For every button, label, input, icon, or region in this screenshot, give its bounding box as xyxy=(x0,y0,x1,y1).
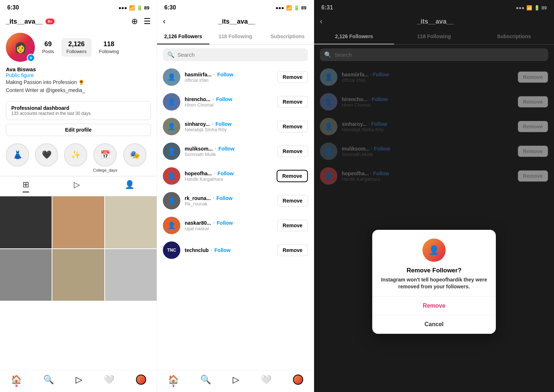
status-icons-1: ●●● 📶 🔋 89 xyxy=(119,5,149,11)
highlight-circle-1: 👗 xyxy=(6,143,29,167)
photo-cell-2[interactable] xyxy=(52,196,104,248)
dark-name-1: hirencho... · Follow xyxy=(342,96,513,102)
remove-btn-3[interactable]: Remove xyxy=(277,145,308,157)
dialog-cancel-button[interactable]: Cancel xyxy=(372,315,496,334)
photo-cell-4[interactable] xyxy=(0,249,52,301)
remove-btn-1[interactable]: Remove xyxy=(277,96,308,108)
photo-grid xyxy=(0,196,157,301)
battery-pct-2: 89 xyxy=(301,5,306,11)
follower-name-0: hasmiirfa... · Follow xyxy=(185,72,273,77)
highlight-5[interactable]: 🎭 xyxy=(123,143,146,172)
follower-handle-1: Hiren Chomal xyxy=(185,102,273,108)
follower-item-7: TNC technclub · Follow Remove xyxy=(157,238,314,263)
follow-btn-3[interactable]: Follow xyxy=(218,146,234,152)
photo-cell-1[interactable] xyxy=(0,196,52,248)
follow-btn-1[interactable]: Follow xyxy=(216,96,232,102)
remove-btn-7[interactable]: Remove xyxy=(277,244,308,256)
followers-username: _its__ava__ xyxy=(165,18,308,25)
highlight-3[interactable]: ✨ xyxy=(64,143,87,172)
reels-nav-icon[interactable]: ▷ xyxy=(76,375,82,385)
tagged-tab[interactable]: 👤 xyxy=(125,180,135,192)
dialog-desc-prefix: Instagram won't tell xyxy=(381,277,430,283)
followers-tabs: 2,126 Followers 118 Following Subscripti… xyxy=(157,29,314,45)
heart-nav-icon[interactable]: 🤍 xyxy=(104,375,115,385)
dark-handle-1: Hiren Chomal xyxy=(342,102,513,108)
remove-btn-0[interactable]: Remove xyxy=(277,71,308,83)
highlight-circle-3: ✨ xyxy=(64,143,87,167)
menu-icon[interactable]: ☰ xyxy=(144,17,151,26)
remove-btn-2[interactable]: Remove xyxy=(277,121,308,132)
dashboard-box[interactable]: Professional dashboard 133 accounts reac… xyxy=(6,101,151,120)
dashboard-title: Professional dashboard xyxy=(11,105,145,111)
profile-nav-avatar[interactable] xyxy=(136,375,146,385)
tab-subscriptions[interactable]: Subscriptions xyxy=(261,29,314,44)
search-icon: 🔍 xyxy=(167,51,174,58)
remove-btn-6[interactable]: Remove xyxy=(277,220,308,231)
dialog-title: Remove Follower? xyxy=(380,267,489,274)
edit-profile-button[interactable]: Edit profile xyxy=(6,124,151,136)
dark-name-4: hopeofha... · Follow xyxy=(342,171,513,176)
add-story-btn[interactable]: + xyxy=(27,54,35,62)
dark-search-box: 🔍 Search xyxy=(320,48,548,61)
followers-panel: 6:30 ●●● 📶 🔋 89 ‹ _its__ava__ 2,126 Foll… xyxy=(157,0,314,392)
follow-btn-7[interactable]: Follow xyxy=(214,247,230,253)
search-input[interactable] xyxy=(177,52,304,58)
heart-nav-icon-2[interactable]: 🤍 xyxy=(261,375,272,385)
content-tabs-bar: ⊞ ▷ 👤 xyxy=(0,176,157,196)
highlights-row: 👗 🖤 ✨ 📅 College_days 🎭 xyxy=(0,140,157,176)
profile-nav-avatar-2[interactable] xyxy=(293,375,303,385)
follower-item-6: 👤 naskar80... · Follow rajat naskar Remo… xyxy=(157,213,314,238)
reels-nav-icon-2[interactable]: ▷ xyxy=(233,375,239,385)
avatar-container[interactable]: 👩 + xyxy=(6,33,35,62)
follow-btn-5[interactable]: Follow xyxy=(216,195,232,201)
photo-cell-5[interactable] xyxy=(52,249,104,301)
back-button-3: ‹ xyxy=(320,17,322,26)
follow-btn-2[interactable]: Follow xyxy=(216,121,232,127)
follower-item-0: 👤 hasmiirfa... · Follow official irfan R… xyxy=(157,65,314,89)
follower-name-6: naskar80... · Follow xyxy=(185,220,273,226)
followers-stat[interactable]: 2,126 Followers xyxy=(61,38,92,57)
dark-follower-3: 👤 muliksom... · Follow Somnath Mulik Rem… xyxy=(314,139,554,164)
dark-name-0: hasmiirfa... · Follow xyxy=(342,72,513,77)
home-nav-icon-2[interactable]: 🏠 xyxy=(168,375,179,385)
dark-search-text: Search xyxy=(334,52,352,58)
active-dot-2 xyxy=(172,385,174,387)
follower-info-5: rk_rouna... · Follow Rk_rounak xyxy=(185,195,273,207)
tab-followers[interactable]: 2,126 Followers xyxy=(157,29,209,44)
search-nav-icon[interactable]: 🔍 xyxy=(43,375,54,385)
battery-icon-3: 🔋 xyxy=(534,5,540,11)
profile-stats-row: 👩 + 69 Posts 2,126 Followers 118 Followi… xyxy=(6,33,151,62)
dark-follower-2: 👤 sinharoy... · Follow Nêelabjâ Sînha Rô… xyxy=(314,114,554,139)
highlight-1[interactable]: 👗 xyxy=(6,143,29,172)
follower-avatar-2: 👤 xyxy=(163,118,180,135)
follow-btn-4[interactable]: Follow xyxy=(217,171,233,176)
remove-btn-4[interactable]: Remove xyxy=(277,170,308,182)
followers-header: ‹ _its__ava__ xyxy=(157,14,314,29)
dark-info-2: sinharoy... · Follow Nêelabjâ Sînha Rôy xyxy=(342,121,513,132)
remove-btn-5[interactable]: Remove xyxy=(277,195,308,207)
dark-remove-1: Remove xyxy=(518,96,548,108)
dark-avatar-1: 👤 xyxy=(320,93,337,111)
following-stat[interactable]: 118 Following xyxy=(99,40,119,55)
dialog-panel-content: 6:31 ●●● 📶 🔋 89 ‹ _its__ava__ 2,126 Foll… xyxy=(314,0,554,392)
highlight-4[interactable]: 📅 College_days xyxy=(93,143,117,172)
grid-tab[interactable]: ⊞ xyxy=(23,180,29,192)
photo-cell-6[interactable] xyxy=(105,249,157,301)
search-box[interactable]: 🔍 xyxy=(163,48,308,61)
active-dot xyxy=(15,385,17,387)
follow-btn-6[interactable]: Follow xyxy=(217,220,233,226)
dialog-remove-button[interactable]: Remove xyxy=(372,297,496,315)
tab-following[interactable]: 118 Following xyxy=(209,29,262,44)
profile-panel: 6:30 ●●● 📶 🔋 89 _its__ava__ 9+ ⊕ ☰ 👩 + 6… xyxy=(0,0,157,392)
follow-btn-0[interactable]: Follow xyxy=(217,72,233,77)
highlight-2[interactable]: 🖤 xyxy=(35,143,58,172)
photo-cell-3[interactable] xyxy=(105,196,157,248)
add-post-icon[interactable]: ⊕ xyxy=(131,17,138,26)
home-nav-icon[interactable]: 🏠 xyxy=(11,375,22,385)
reels-tab[interactable]: ▷ xyxy=(74,180,80,192)
back-button-2[interactable]: ‹ xyxy=(163,17,165,26)
battery-pct-3: 89 xyxy=(542,5,547,11)
notification-badge: 9+ xyxy=(45,19,55,24)
search-nav-icon-2[interactable]: 🔍 xyxy=(200,375,211,385)
remove-follower-dialog: 👤 Remove Follower? Instagram won't tell … xyxy=(372,230,496,334)
